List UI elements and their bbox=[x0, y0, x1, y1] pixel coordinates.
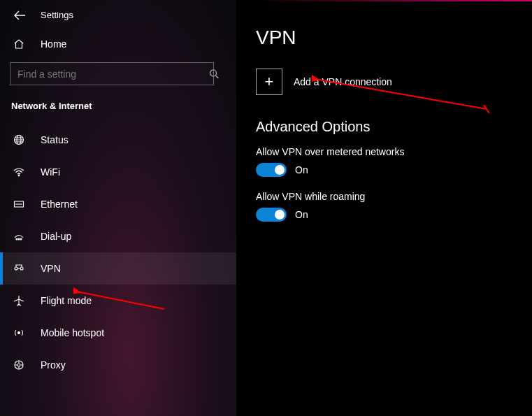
svg-point-5 bbox=[16, 238, 17, 240]
hotspot-icon bbox=[13, 327, 25, 338]
search-input[interactable] bbox=[10, 62, 214, 85]
back-button[interactable] bbox=[14, 10, 25, 20]
toggle-roaming[interactable] bbox=[256, 208, 287, 222]
nav-item-dialup[interactable]: Dial-up bbox=[0, 220, 236, 252]
svg-point-8 bbox=[15, 267, 17, 270]
nav-item-status[interactable]: Status bbox=[0, 124, 236, 156]
nav-label: Flight mode bbox=[41, 295, 92, 306]
home-label: Home bbox=[41, 38, 66, 50]
svg-point-3 bbox=[18, 175, 20, 176]
svg-line-15 bbox=[484, 105, 489, 113]
option-label: Allow VPN over metered networks bbox=[256, 146, 512, 157]
add-vpn-label: Add a VPN connection bbox=[294, 76, 392, 87]
wifi-icon bbox=[13, 166, 25, 178]
plus-icon: + bbox=[256, 69, 282, 95]
nav-label: Status bbox=[41, 134, 69, 145]
nav-item-proxy[interactable]: Proxy bbox=[0, 349, 236, 381]
nav-label: VPN bbox=[41, 263, 61, 274]
toggle-metered[interactable] bbox=[256, 163, 287, 177]
advanced-options-heading: Advanced Options bbox=[256, 119, 512, 135]
svg-point-10 bbox=[18, 332, 20, 334]
nav-item-ethernet[interactable]: Ethernet bbox=[0, 188, 236, 220]
dialup-icon bbox=[13, 231, 25, 242]
nav-label: Mobile hotspot bbox=[41, 327, 104, 338]
globe-icon bbox=[13, 134, 25, 145]
option-label: Allow VPN while roaming bbox=[256, 191, 512, 202]
header-title: Settings bbox=[41, 10, 73, 20]
svg-point-12 bbox=[17, 364, 20, 366]
nav-item-vpn[interactable]: VPN bbox=[0, 252, 236, 285]
svg-point-9 bbox=[20, 267, 23, 270]
window-accent-bar bbox=[251, 0, 532, 1]
home-icon bbox=[13, 38, 25, 50]
nav-label: Ethernet bbox=[41, 199, 78, 210]
nav-label: Dial-up bbox=[41, 231, 71, 242]
home-nav[interactable]: Home bbox=[0, 31, 236, 57]
svg-point-6 bbox=[18, 238, 20, 240]
toggle-state: On bbox=[295, 164, 308, 175]
nav-label: WiFi bbox=[41, 166, 60, 178]
proxy-icon bbox=[13, 359, 25, 371]
section-header: Network & Internet bbox=[0, 95, 236, 124]
page-title: VPN bbox=[256, 27, 512, 49]
toggle-state: On bbox=[295, 209, 308, 220]
nav-item-flightmode[interactable]: Flight mode bbox=[0, 285, 236, 317]
airplane-icon bbox=[13, 295, 25, 306]
add-vpn-button[interactable]: + Add a VPN connection bbox=[256, 69, 512, 95]
vpn-icon bbox=[13, 263, 25, 274]
ethernet-icon bbox=[13, 199, 25, 210]
nav-item-hotspot[interactable]: Mobile hotspot bbox=[0, 317, 236, 349]
svg-point-7 bbox=[20, 238, 22, 240]
nav-item-wifi[interactable]: WiFi bbox=[0, 156, 236, 188]
nav-label: Proxy bbox=[41, 359, 66, 371]
